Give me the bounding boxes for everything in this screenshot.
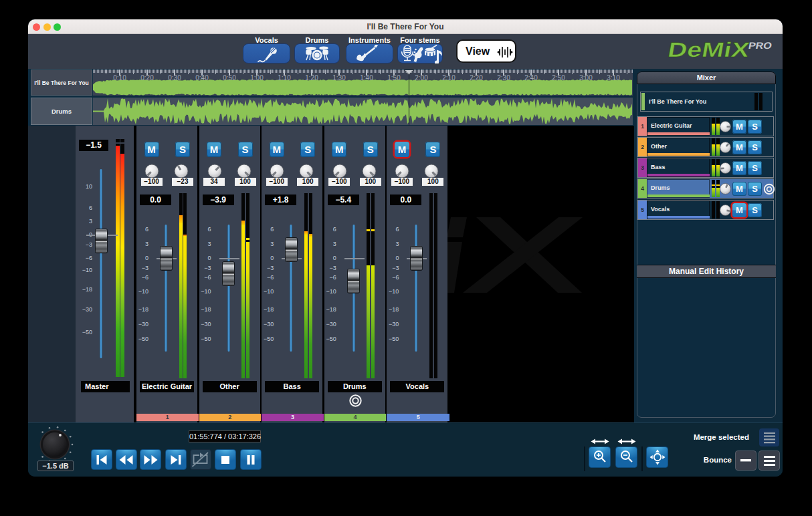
- svg-text:DeMiX: DeMiX: [666, 38, 751, 61]
- svg-text:PRO: PRO: [748, 40, 773, 51]
